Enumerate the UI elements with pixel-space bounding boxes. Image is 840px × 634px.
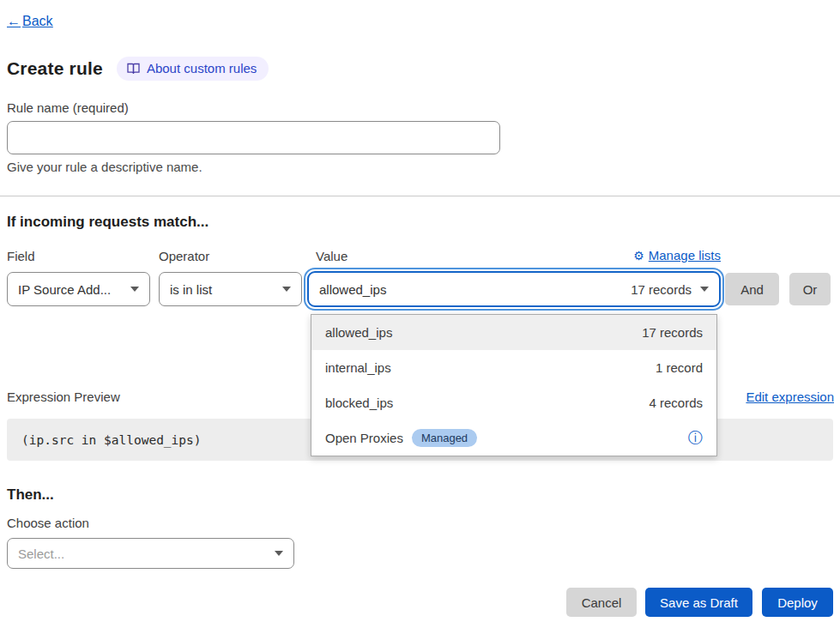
match-section-heading: If incoming requests match... [7,214,208,231]
rule-name-input[interactable] [7,121,500,154]
operator-label: Operator [159,249,209,263]
operator-select[interactable]: is in list [159,272,302,306]
deploy-button[interactable]: Deploy [762,588,833,617]
back-link[interactable]: ←Back [7,14,53,29]
chevron-down-icon [275,551,283,556]
edit-expression-link[interactable]: Edit expression [746,389,834,404]
field-select[interactable]: IP Source Add... [7,272,150,306]
book-icon [127,63,140,74]
about-custom-rules-badge[interactable]: About custom rules [117,57,269,81]
section-divider [0,196,840,196]
value-select-record-count: 17 records [631,282,692,297]
field-select-value: IP Source Add... [18,282,111,297]
value-dropdown-menu: allowed_ips 17 records internal_ips 1 re… [311,314,717,456]
and-button[interactable]: And [725,273,779,305]
gear-icon: ⚙ [633,249,644,263]
about-badge-label: About custom rules [147,61,257,75]
action-select-placeholder: Select... [18,546,64,561]
info-icon[interactable]: ⓘ [688,431,703,445]
save-as-draft-button[interactable]: Save as Draft [645,588,752,617]
option-record-count: 1 record [656,360,703,375]
rule-name-label: Rule name (required) [7,100,129,115]
action-select[interactable]: Select... [7,538,294,569]
option-name: blocked_ips [325,395,393,410]
field-label: Field [7,249,35,263]
value-select[interactable]: allowed_ips 17 records [307,271,721,307]
dropdown-option-allowed-ips[interactable]: allowed_ips 17 records [311,315,716,350]
back-arrow-icon: ← [7,14,21,29]
dropdown-option-internal-ips[interactable]: internal_ips 1 record [311,350,716,385]
back-label: Back [22,14,53,29]
dropdown-option-blocked-ips[interactable]: blocked_ips 4 records [311,385,716,420]
chevron-down-icon [130,287,139,292]
option-record-count: 17 records [642,325,703,340]
or-button[interactable]: Or [789,273,831,305]
cancel-button[interactable]: Cancel [566,588,637,617]
manage-lists-label: Manage lists [649,248,721,263]
create-rule-page: ←Back Create rule About custom rules Rul… [0,0,840,634]
manage-lists-link[interactable]: ⚙ Manage lists [307,248,721,263]
dropdown-option-open-proxies[interactable]: Open Proxies Managed ⓘ [311,420,716,456]
chevron-down-icon [700,287,709,292]
chevron-down-icon [282,287,291,292]
expression-preview-label: Expression Preview [7,389,120,404]
title-row: Create rule About custom rules [7,57,269,81]
rule-name-helper: Give your rule a descriptive name. [7,160,202,174]
choose-action-label: Choose action [7,516,89,530]
option-record-count: 4 records [649,395,703,410]
managed-badge: Managed [412,429,477,447]
option-name: Open Proxies [325,431,403,445]
operator-select-value: is in list [170,282,212,297]
value-select-value: allowed_ips [319,282,386,297]
option-name: internal_ips [325,360,391,375]
then-section-heading: Then... [7,486,54,504]
option-name: allowed_ips [325,325,392,340]
expression-code: (ip.src in $allowed_ips) [21,433,202,447]
page-title: Create rule [7,58,103,79]
